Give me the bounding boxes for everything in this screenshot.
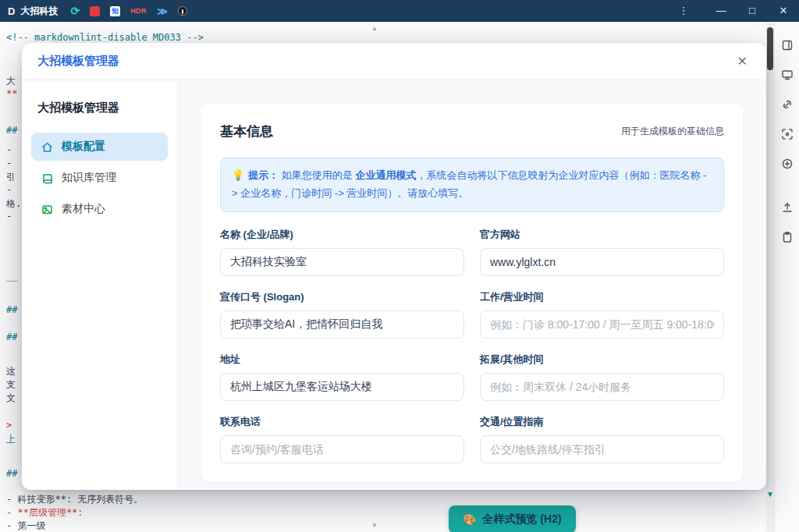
business-hours-input[interactable]: [480, 310, 724, 339]
dialog-title: 大招模板管理器: [37, 54, 119, 69]
scroll-down-arrow[interactable]: ▼: [371, 522, 378, 529]
code-fragment: 引: [6, 171, 16, 184]
field-label: 地址: [220, 353, 464, 367]
code-fragment: -: [6, 211, 12, 222]
sidebar-item-label: 素材中心: [62, 202, 105, 216]
home-icon: [41, 140, 54, 154]
sidebar-item-template-config[interactable]: 模板配置: [31, 133, 168, 161]
sidebar-item-asset-center[interactable]: 素材中心: [31, 195, 168, 223]
minimize-button[interactable]: —: [705, 0, 737, 22]
red-book-icon[interactable]: [90, 6, 100, 16]
zhihu-icon[interactable]: 知: [110, 6, 120, 16]
preview-button-label: 全样式预览 (H2): [482, 512, 561, 527]
app-body: <!-- markdownlint-disable MD033 --> 大 **…: [0, 22, 799, 532]
link-icon[interactable]: [776, 94, 798, 115]
scroll-up-arrow[interactable]: ▲: [371, 25, 378, 32]
field-name-brand: 名称 (企业/品牌): [220, 228, 464, 276]
dialog-sidebar-title: 大招模板管理器: [31, 101, 168, 115]
code-fragment: **: [6, 88, 17, 99]
code-fragment: 上: [6, 433, 16, 446]
app-logo: D: [8, 5, 15, 17]
name-brand-input[interactable]: [220, 248, 464, 276]
image-icon: [41, 203, 54, 216]
field-label: 交通/位置指南: [480, 415, 724, 429]
dialog-close-icon[interactable]: ✕: [731, 52, 754, 70]
record-icon[interactable]: [178, 6, 187, 16]
tip-highlight: 企业通用模式: [355, 169, 416, 181]
code-fragment: ——: [6, 275, 17, 286]
jump-to-bottom-arrow[interactable]: ▼: [766, 490, 774, 498]
field-label: 宣传口号 (Slogan): [220, 290, 464, 304]
editor-scrollbar[interactable]: ▼: [766, 22, 774, 532]
official-website-input[interactable]: [480, 248, 724, 276]
maximize-button[interactable]: □: [737, 0, 768, 22]
card-header: 基本信息 用于生成模板的基础信息: [220, 122, 724, 140]
basic-info-form: 名称 (企业/品牌) 官方网站 宣传口号 (Slogan): [220, 214, 724, 463]
code-fragment: 大: [6, 75, 16, 88]
code-fragment: -: [6, 158, 12, 168]
field-business-hours: 工作/营业时间: [480, 290, 724, 339]
code-fragment: ##: [6, 332, 17, 342]
code-fragment: ##: [6, 468, 17, 479]
sidebar-item-label: 模板配置: [62, 140, 105, 154]
basic-info-card: 基本信息 用于生成模板的基础信息 💡提示： 如果您使用的是 企业通用模式，系统会…: [201, 104, 743, 482]
monitor-icon[interactable]: [776, 64, 798, 86]
extra-hours-input[interactable]: [480, 373, 724, 401]
tip-text: 如果您使用的是: [282, 169, 356, 181]
location-guide-input[interactable]: [480, 435, 724, 463]
palette-icon: 🎨: [463, 513, 476, 526]
scrollbar-thumb[interactable]: [767, 27, 773, 70]
field-contact-phone: 联系电话: [220, 415, 464, 463]
dialog-body: 大招模板管理器 模板配置 知识库管理 素材中心: [22, 80, 766, 490]
waves-icon[interactable]: ≫: [157, 5, 168, 17]
hdr-icon[interactable]: HDR: [130, 7, 147, 15]
code-fragment: ##: [6, 304, 17, 315]
field-label: 名称 (企业/品牌): [220, 228, 464, 242]
code-fragment: -: [6, 144, 12, 155]
field-label: 官方网站: [480, 228, 724, 242]
template-manager-dialog: 大招模板管理器 ✕ 大招模板管理器 模板配置 知识库管理: [22, 43, 766, 490]
refresh-icon[interactable]: ⟳: [70, 5, 80, 17]
card-subtitle: 用于生成模板的基础信息: [621, 125, 724, 138]
code-line: <!-- markdownlint-disable MD033 -->: [6, 32, 204, 43]
dialog-content: 基本信息 用于生成模板的基础信息 💡提示： 如果您使用的是 企业通用模式，系统会…: [178, 80, 766, 490]
sidebar-item-label: 知识库管理: [62, 171, 116, 185]
field-official-website: 官方网站: [480, 228, 724, 276]
code-line: - **层级管理**:: [6, 506, 83, 520]
slogan-input[interactable]: [220, 310, 464, 339]
tip-banner: 💡提示： 如果您使用的是 企业通用模式，系统会自动将以下信息映射为企业对应内容（…: [220, 158, 724, 212]
field-label: 联系电话: [220, 415, 464, 429]
book-icon: [41, 172, 54, 185]
card-title: 基本信息: [220, 122, 273, 140]
full-style-preview-button[interactable]: 🎨 全样式预览 (H2): [449, 505, 576, 532]
upload-icon[interactable]: [776, 197, 798, 218]
field-location-guide: 交通/位置指南: [480, 415, 724, 463]
address-input[interactable]: [220, 373, 464, 401]
close-button[interactable]: ✕: [768, 0, 799, 22]
code-fragment: 支: [6, 378, 16, 392]
code-fragment: -: [6, 184, 12, 195]
contact-phone-input[interactable]: [220, 435, 464, 463]
clipboard-icon[interactable]: [776, 226, 798, 248]
add-circle-icon[interactable]: [776, 153, 798, 175]
code-fragment: ##: [6, 125, 17, 136]
field-label: 工作/营业时间: [480, 290, 724, 304]
code-fragment: >: [6, 420, 12, 431]
field-extra-hours: 拓展/其他时间: [480, 353, 724, 401]
window-controls: ⋮ — □ ✕: [668, 0, 799, 22]
code-fragment: 文: [6, 392, 16, 405]
field-slogan: 宣传口号 (Slogan): [220, 290, 464, 339]
code-line: - 科技变形**: 无序列表符号。: [6, 493, 143, 506]
code-fragment: 这: [6, 365, 16, 378]
panel-icon[interactable]: [776, 34, 798, 56]
bulb-icon: 💡: [232, 169, 244, 181]
tip-label: 提示：: [248, 169, 279, 181]
app-name: 大招科技: [20, 5, 58, 18]
scan-target-icon[interactable]: [776, 123, 798, 145]
field-address: 地址: [220, 353, 464, 401]
app-window: D 大招科技 ⟳ 知 HDR ≫ ⋮ — □ ✕ <!-- markdownli…: [0, 0, 799, 532]
more-menu-button[interactable]: ⋮: [668, 0, 699, 22]
sidebar-item-knowledge-base[interactable]: 知识库管理: [31, 164, 168, 192]
code-line: - 第一级: [6, 520, 45, 532]
field-label: 拓展/其他时间: [480, 353, 724, 367]
